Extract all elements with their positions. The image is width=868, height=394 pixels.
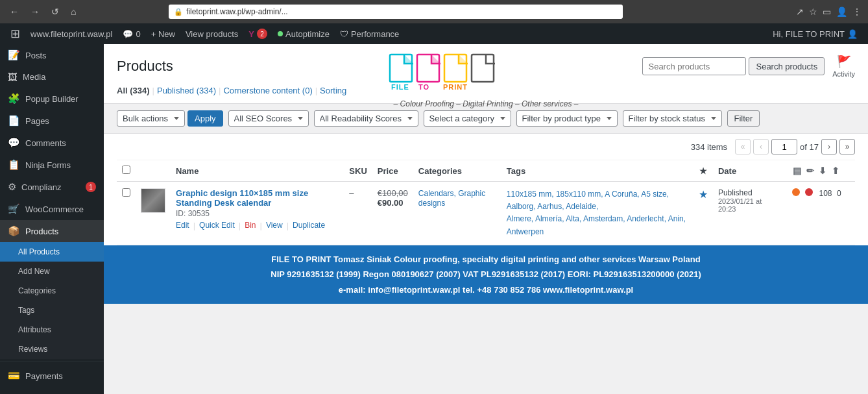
home-button[interactable]: ⌂ <box>67 5 79 18</box>
share-button[interactable]: ↗ <box>796 6 804 17</box>
score-col-icon2[interactable]: ✏ <box>805 164 815 177</box>
wp-logo[interactable]: ⊞ <box>5 23 25 44</box>
submenu-add-new[interactable]: Add New <box>0 262 104 281</box>
sidebar-item-woocommerce[interactable]: 🛒 WooCommerce <box>0 198 104 220</box>
performance-icon: 🛡 <box>340 29 348 39</box>
user-greeting[interactable]: Hi, FILE TO PRINT 👤 <box>767 23 863 44</box>
product-type-filter[interactable]: Filter by product type <box>516 110 618 127</box>
quick-edit-link[interactable]: Quick Edit <box>199 221 235 230</box>
tab-button[interactable]: ▭ <box>823 6 831 17</box>
row-checkbox[interactable] <box>122 188 130 197</box>
yoast-link[interactable]: Y 2 <box>243 23 272 44</box>
tagline: – Colour Proofing – Digital Printing – O… <box>389 99 583 108</box>
product-status: Published <box>718 188 772 197</box>
comments-link[interactable]: 💬 0 <box>117 23 145 44</box>
forward-button[interactable]: → <box>27 5 43 18</box>
submenu-categories[interactable]: Categories <box>0 281 104 301</box>
sidebar-item-ninja-forms[interactable]: 📋 Ninja Forms <box>0 154 104 176</box>
score-col-icon4[interactable]: ⬆ <box>830 164 841 177</box>
page-input[interactable] <box>771 139 797 154</box>
last-page-button[interactable]: » <box>839 139 855 154</box>
th-tags[interactable]: Tags <box>501 160 693 182</box>
sidebar-item-products[interactable]: 📦 Products <box>0 220 104 242</box>
th-price[interactable]: Price <box>372 160 413 182</box>
sidebar: 📝 Posts 🖼 Media 🧩 Popup Builder 📄 Pages … <box>0 44 104 394</box>
th-categories[interactable]: Categories <box>413 160 501 182</box>
category-filter[interactable]: Select a category <box>424 110 511 127</box>
product-date: 2023/01/21 at 20:23 <box>718 197 772 213</box>
site-name[interactable]: www.filetoprint.waw.pl <box>25 23 117 44</box>
product-sku-cell: – <box>344 182 372 245</box>
next-page-button[interactable]: › <box>821 139 837 154</box>
refresh-button[interactable]: ↺ <box>48 5 62 18</box>
products-submenu: All Products Add New Categories Tags Att… <box>0 242 104 359</box>
activity-button[interactable]: 🚩 Activity <box>832 55 855 78</box>
sidebar-item-media[interactable]: 🖼 Media <box>0 66 104 88</box>
categories-link[interactable]: Calendars, Graphic designs <box>418 189 485 208</box>
sidebar-item-pages[interactable]: 📄 Pages <box>0 110 104 132</box>
url-bar[interactable]: 🔒 filetoprint.waw.pl/wp-admin/... <box>169 5 623 19</box>
filter-button[interactable]: Filter <box>727 110 760 127</box>
bookmark-button[interactable]: ☆ <box>809 6 817 17</box>
product-date-cell: Published 2023/01/21 at 20:23 <box>713 182 777 245</box>
performance-link[interactable]: 🛡 Performance <box>335 23 404 44</box>
filter-tab-sorting[interactable]: Sorting <box>320 83 346 98</box>
menu-button[interactable]: ⋮ <box>852 6 862 17</box>
site-url-text: www.filetoprint.waw.pl <box>30 29 112 39</box>
bin-link[interactable]: Bin <box>245 221 256 230</box>
readability-scores-filter[interactable]: All Readability Scores <box>314 110 418 127</box>
th-date[interactable]: Date <box>713 160 777 182</box>
new-content[interactable]: + New <box>146 23 180 44</box>
back-button[interactable]: ← <box>6 5 22 18</box>
score-col-icon3[interactable]: ⬇ <box>817 164 828 177</box>
product-name-link[interactable]: Graphic design 110×185 mm size Standing … <box>176 188 339 208</box>
view-link[interactable]: View <box>266 221 283 230</box>
svg-text:TO: TO <box>418 83 429 91</box>
sidebar-item-posts[interactable]: 📝 Posts <box>0 44 104 66</box>
product-actions: Edit | Quick Edit | Bin | View | Duplica… <box>176 221 339 230</box>
submenu-attributes[interactable]: Attributes <box>0 320 104 339</box>
autoptimize-status-dot <box>278 31 283 36</box>
page-title-row: Products <box>117 55 855 78</box>
sidebar-item-payments[interactable]: 💳 Payments <box>0 365 104 387</box>
duplicate-link[interactable]: Duplicate <box>293 221 325 230</box>
search-button[interactable]: Search products <box>749 57 825 75</box>
view-products-link[interactable]: View products <box>180 23 243 44</box>
seo-scores-filter[interactable]: All SEO Scores <box>228 110 309 127</box>
first-page-button[interactable]: « <box>735 139 751 154</box>
stock-status-filter[interactable]: Filter by stock status <box>623 110 722 127</box>
filter-tab-cornerstone[interactable]: Cornerstone content (0) <box>223 83 312 98</box>
filter-tab-published[interactable]: Published (334) <box>157 83 216 98</box>
sidebar-item-popup-builder[interactable]: 🧩 Popup Builder <box>0 88 104 110</box>
prev-page-button[interactable]: ‹ <box>753 139 769 154</box>
submenu-all-products[interactable]: All Products <box>0 242 104 262</box>
price-new: €90.00 <box>378 198 408 208</box>
select-all-checkbox[interactable] <box>122 166 130 174</box>
product-tags-cell: 110x185 mm, 185x110 mm, A Coruña, A5 siz… <box>501 182 693 245</box>
score-col-icon1[interactable]: ▤ <box>791 164 802 177</box>
star-icon[interactable]: ★ <box>699 189 708 200</box>
ninja-forms-icon: 📋 <box>8 159 20 171</box>
sidebar-item-complianz[interactable]: ⚙ Complianz 1 <box>0 176 104 198</box>
logo-svg: FILE TO PRINT <box>389 49 583 96</box>
product-thumbnail-cell <box>136 182 171 245</box>
submenu-reviews[interactable]: Reviews <box>0 339 104 359</box>
apply-button[interactable]: Apply <box>187 110 223 127</box>
sidebar-item-popup-label: Popup Builder <box>25 94 78 104</box>
search-input[interactable] <box>642 57 746 75</box>
th-name[interactable]: Name <box>171 160 344 182</box>
products-table: Name SKU Price Categories Tags <box>117 160 855 245</box>
score-num2: 0 <box>837 189 841 198</box>
profile-button[interactable]: 👤 <box>836 6 847 17</box>
sidebar-item-comments[interactable]: 💬 Comments <box>0 132 104 154</box>
submenu-tags[interactable]: Tags <box>0 301 104 320</box>
complianz-icon: ⚙ <box>8 181 16 193</box>
footer-line1: FILE TO PRINT Tomasz Siniak Colour proof… <box>117 252 855 267</box>
browser-action-buttons: ↗ ☆ ▭ 👤 ⋮ <box>796 6 862 17</box>
edit-link[interactable]: Edit <box>176 221 189 230</box>
lock-icon: 🔒 <box>174 8 183 16</box>
th-sku[interactable]: SKU <box>344 160 372 182</box>
filter-tab-all[interactable]: All (334) <box>117 83 150 98</box>
autoptimize-link[interactable]: Autoptimize <box>272 23 335 44</box>
bulk-actions-select[interactable]: Bulk actions <box>117 110 185 127</box>
